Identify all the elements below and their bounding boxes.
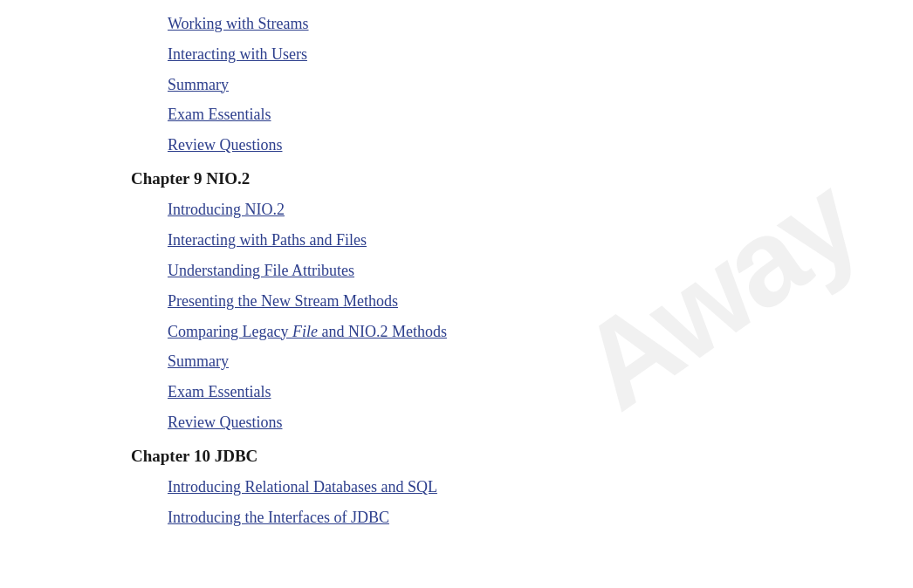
link-summary-ch8[interactable]: Summary — [131, 70, 913, 100]
link-interacting-with-users[interactable]: Interacting with Users — [131, 39, 913, 70]
link-introducing-nio2[interactable]: Introducing NIO.2 — [131, 195, 913, 225]
link-introducing-relational-db[interactable]: Introducing Relational Databases and SQL — [131, 472, 913, 503]
chapter10-heading[interactable]: Chapter 10 JDBC — [131, 438, 913, 472]
toc-container: Working with Streams Interacting with Us… — [0, 0, 913, 542]
link-comparing-legacy-file[interactable]: Comparing Legacy File and NIO.2 Methods — [131, 317, 913, 347]
link-interacting-with-paths[interactable]: Interacting with Paths and Files — [131, 225, 913, 256]
link-review-questions-ch8[interactable]: Review Questions — [131, 130, 913, 161]
chapter9-heading[interactable]: Chapter 9 NIO.2 — [131, 161, 913, 195]
link-introducing-interfaces-jdbc[interactable]: Introducing the Interfaces of JDBC — [131, 503, 913, 533]
link-exam-essentials-ch8[interactable]: Exam Essentials — [131, 99, 913, 130]
link-working-with-streams[interactable]: Working with Streams — [131, 9, 913, 39]
link-summary-ch9[interactable]: Summary — [131, 346, 913, 377]
link-understanding-file-attributes[interactable]: Understanding File Attributes — [131, 256, 913, 286]
link-presenting-new-stream-methods[interactable]: Presenting the New Stream Methods — [131, 286, 913, 317]
link-exam-essentials-ch9[interactable]: Exam Essentials — [131, 377, 913, 407]
link-review-questions-ch9[interactable]: Review Questions — [131, 407, 913, 438]
